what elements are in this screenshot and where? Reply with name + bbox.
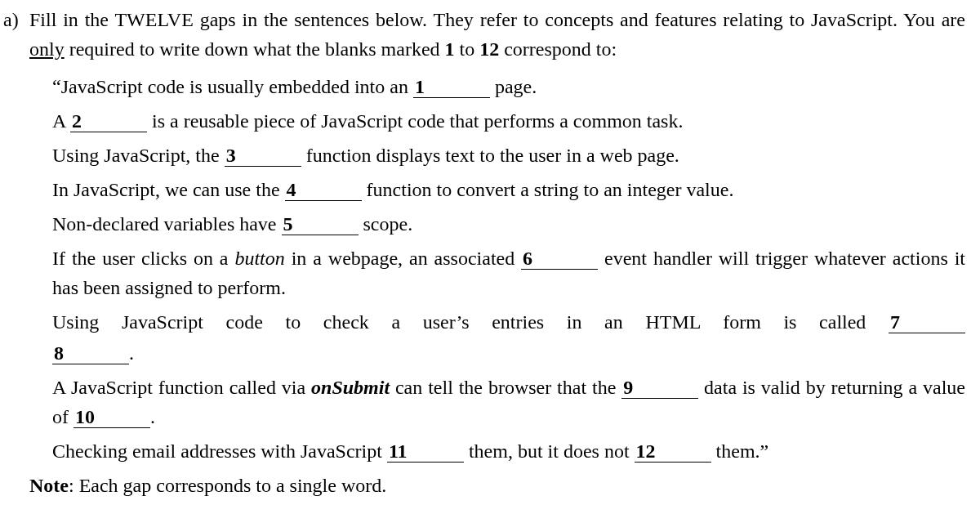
question-intro: a)Fill in the TWELVE gaps in the sentenc… bbox=[3, 5, 965, 64]
blank-5[interactable]: 5 bbox=[282, 213, 359, 235]
sentence-6: If the user clicks on a button in a webp… bbox=[52, 244, 965, 302]
blank-9[interactable]: 9 bbox=[621, 377, 698, 399]
note-label: Note bbox=[29, 475, 69, 496]
blank-1[interactable]: 1 bbox=[413, 76, 490, 98]
sentence-8: A JavaScript function called via onSubmi… bbox=[52, 373, 965, 431]
text: Using JavaScript, the bbox=[52, 145, 225, 166]
text: Non-declared variables have bbox=[52, 213, 282, 235]
sentence-9: Checking email addresses with JavaScript… bbox=[52, 436, 965, 466]
question-label: a) bbox=[3, 5, 29, 34]
intro-twelve: 12 bbox=[479, 38, 499, 60]
text: . bbox=[150, 406, 155, 427]
text: them.” bbox=[711, 440, 769, 462]
text: function to convert a string to an integ… bbox=[362, 179, 734, 200]
text: is a reusable piece of JavaScript code t… bbox=[147, 110, 683, 132]
sentence-7b: 8. bbox=[52, 338, 965, 368]
blank-7[interactable]: 7 bbox=[889, 311, 965, 333]
sentence-3: Using JavaScript, the 3 function display… bbox=[52, 141, 965, 170]
sentence-list: “JavaScript code is usually embedded int… bbox=[3, 72, 965, 466]
text: page. bbox=[490, 76, 537, 97]
text: in a webpage, an associated bbox=[285, 248, 521, 269]
sentence-2: A 2 is a reusable piece of JavaScript co… bbox=[52, 106, 965, 136]
text: “JavaScript code is usually embedded int… bbox=[52, 76, 413, 97]
blank-3[interactable]: 3 bbox=[225, 145, 301, 167]
sentence-1: “JavaScript code is usually embedded int… bbox=[52, 72, 965, 101]
blank-6[interactable]: 6 bbox=[521, 248, 598, 270]
blank-2[interactable]: 2 bbox=[70, 110, 147, 132]
note: Note: Each gap corresponds to a single w… bbox=[3, 471, 965, 500]
text-bold-italic: onSubmit bbox=[311, 377, 390, 398]
sentence-4: In JavaScript, we can use the 4 function… bbox=[52, 175, 965, 204]
blank-4[interactable]: 4 bbox=[285, 179, 362, 201]
text: A bbox=[52, 110, 70, 132]
intro-to: to bbox=[455, 38, 480, 60]
blank-12[interactable]: 12 bbox=[635, 440, 711, 463]
text: In JavaScript, we can use the bbox=[52, 179, 285, 200]
intro-text-3: correspond to: bbox=[499, 38, 617, 60]
text: can tell the browser that the bbox=[390, 377, 621, 398]
note-text: : Each gap corresponds to a single word. bbox=[69, 475, 386, 496]
intro-one: 1 bbox=[445, 38, 455, 60]
blank-11[interactable]: 11 bbox=[387, 440, 464, 463]
blank-8[interactable]: 8 bbox=[52, 342, 129, 364]
intro-text-2: required to write down what the blanks m… bbox=[65, 38, 445, 60]
exam-question: a)Fill in the TWELVE gaps in the sentenc… bbox=[0, 0, 980, 505]
intro-text-1: Fill in the TWELVE gaps in the sentences… bbox=[29, 9, 965, 30]
text: Checking email addresses with JavaScript bbox=[52, 440, 387, 462]
text: Using JavaScript code to check a user’s … bbox=[52, 311, 889, 333]
text: function displays text to the user in a … bbox=[301, 145, 679, 166]
text: scope. bbox=[359, 213, 413, 235]
text: If the user clicks on a bbox=[52, 248, 234, 269]
text: A JavaScript function called via bbox=[52, 377, 311, 398]
blank-10[interactable]: 10 bbox=[74, 406, 150, 428]
text-italic: button bbox=[234, 248, 284, 269]
text: them, but it does not bbox=[464, 440, 635, 462]
sentence-7: Using JavaScript code to check a user’s … bbox=[52, 307, 965, 337]
text: . bbox=[129, 342, 134, 364]
sentence-5: Non-declared variables have 5 scope. bbox=[52, 209, 965, 239]
intro-only: only bbox=[29, 38, 65, 60]
